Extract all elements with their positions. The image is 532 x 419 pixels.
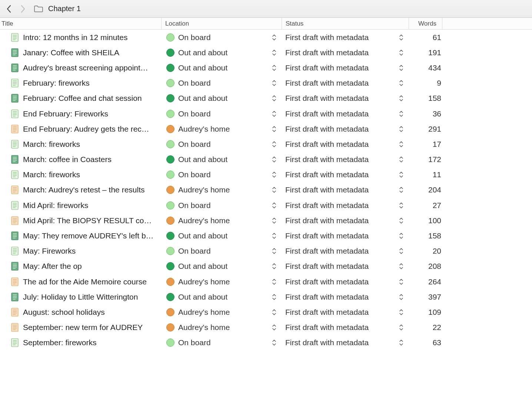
table-row[interactable]: End February: Audrey gets the rec… Audre… <box>0 121 532 136</box>
cell-status[interactable]: First draft with metadata <box>282 216 409 225</box>
cell-location[interactable]: Out and about <box>161 262 282 271</box>
cell-status[interactable]: First draft with metadata <box>282 231 409 240</box>
cell-title[interactable]: September: new term for AUDREY <box>0 323 161 332</box>
cell-status[interactable]: First draft with metadata <box>282 125 409 133</box>
location-stepper[interactable] <box>270 308 278 317</box>
status-stepper[interactable] <box>398 262 405 271</box>
status-stepper[interactable] <box>398 63 405 72</box>
table-row[interactable]: August: school holidays Audrey's home Fi… <box>0 304 532 320</box>
status-stepper[interactable] <box>398 33 405 42</box>
cell-location[interactable]: On board <box>161 338 282 347</box>
status-stepper[interactable] <box>398 308 405 317</box>
table-row[interactable]: Mid April: fireworks On board First draf… <box>0 198 532 213</box>
cell-status[interactable]: First draft with metadata <box>282 170 409 179</box>
status-stepper[interactable] <box>398 293 405 301</box>
cell-title[interactable]: Intro: 12 months in 12 minutes <box>0 33 161 42</box>
location-stepper[interactable] <box>270 216 278 225</box>
cell-status[interactable]: First draft with metadata <box>282 323 409 332</box>
status-stepper[interactable] <box>398 247 405 255</box>
status-stepper[interactable] <box>398 231 405 240</box>
table-row[interactable]: March: coffee in Coasters Out and about … <box>0 152 532 167</box>
table-row[interactable]: February: Coffee and chat session Out an… <box>0 91 532 106</box>
cell-location[interactable]: Audrey's home <box>161 308 282 317</box>
cell-location[interactable]: Audrey's home <box>161 277 282 286</box>
cell-location[interactable]: On board <box>161 79 282 88</box>
cell-status[interactable]: First draft with metadata <box>282 277 409 286</box>
cell-title[interactable]: End February: Audrey gets the rec… <box>0 125 161 133</box>
status-stepper[interactable] <box>398 94 405 103</box>
cell-location[interactable]: On board <box>161 201 282 210</box>
location-stepper[interactable] <box>270 155 278 164</box>
location-stepper[interactable] <box>270 48 278 57</box>
table-row[interactable]: Janary: Coffee with SHEILA Out and about… <box>0 45 532 60</box>
cell-status[interactable]: First draft with metadata <box>282 94 409 103</box>
location-stepper[interactable] <box>270 170 278 179</box>
cell-status[interactable]: First draft with metadata <box>282 48 409 57</box>
status-stepper[interactable] <box>398 216 405 225</box>
cell-title[interactable]: Janary: Coffee with SHEILA <box>0 48 161 57</box>
status-stepper[interactable] <box>398 277 405 286</box>
table-row[interactable]: May: After the op Out and about First dr… <box>0 259 532 274</box>
cell-title[interactable]: February: Coffee and chat session <box>0 94 161 103</box>
cell-title[interactable]: Mid April: The BIOPSY RESULT co… <box>0 216 161 225</box>
cell-title[interactable]: March: fireworks <box>0 170 161 179</box>
status-stepper[interactable] <box>398 48 405 57</box>
cell-status[interactable]: First draft with metadata <box>282 308 409 317</box>
location-stepper[interactable] <box>270 125 278 133</box>
breadcrumb-title[interactable]: Chapter 1 <box>48 4 81 13</box>
table-row[interactable]: March: fireworks On board First draft wi… <box>0 167 532 182</box>
cell-title[interactable]: March: fireworks <box>0 140 161 149</box>
location-stepper[interactable] <box>270 247 278 255</box>
location-stepper[interactable] <box>270 63 278 72</box>
location-stepper[interactable] <box>270 277 278 286</box>
table-row[interactable]: February: fireworks On board First draft… <box>0 76 532 91</box>
cell-status[interactable]: First draft with metadata <box>282 201 409 210</box>
cell-location[interactable]: On board <box>161 247 282 255</box>
column-header-words[interactable]: Words <box>409 18 442 29</box>
location-stepper[interactable] <box>270 140 278 149</box>
table-row[interactable]: September: new term for AUDREY Audrey's … <box>0 320 532 335</box>
location-stepper[interactable] <box>270 79 278 88</box>
table-row[interactable]: End February: Fireworks On board First d… <box>0 106 532 121</box>
location-stepper[interactable] <box>270 262 278 271</box>
nav-back-button[interactable] <box>4 4 14 14</box>
cell-location[interactable]: Out and about <box>161 63 282 72</box>
cell-location[interactable]: Out and about <box>161 48 282 57</box>
cell-status[interactable]: First draft with metadata <box>282 247 409 255</box>
table-row[interactable]: Audrey's breast screening appoint… Out a… <box>0 60 532 75</box>
table-row[interactable]: July: Holiday to Little Witterington Out… <box>0 289 532 304</box>
cell-status[interactable]: First draft with metadata <box>282 63 409 72</box>
status-stepper[interactable] <box>398 323 405 332</box>
status-stepper[interactable] <box>398 109 405 118</box>
table-row[interactable]: March: Audrey's retest – the results Aud… <box>0 182 532 198</box>
cell-location[interactable]: Out and about <box>161 293 282 301</box>
location-stepper[interactable] <box>270 33 278 42</box>
cell-location[interactable]: Audrey's home <box>161 216 282 225</box>
cell-status[interactable]: First draft with metadata <box>282 185 409 194</box>
cell-title[interactable]: March: coffee in Coasters <box>0 155 161 164</box>
cell-location[interactable]: On board <box>161 170 282 179</box>
cell-location[interactable]: Out and about <box>161 155 282 164</box>
table-row[interactable]: May: They remove AUDREY's left b… Out an… <box>0 228 532 243</box>
nav-forward-button[interactable] <box>18 4 28 14</box>
status-stepper[interactable] <box>398 140 405 149</box>
cell-location[interactable]: Audrey's home <box>161 323 282 332</box>
cell-status[interactable]: First draft with metadata <box>282 33 409 42</box>
cell-title[interactable]: Mid April: fireworks <box>0 201 161 210</box>
cell-title[interactable]: End February: Fireworks <box>0 109 161 118</box>
column-header-status[interactable]: Status <box>282 18 409 29</box>
cell-title[interactable]: May: Fireworks <box>0 247 161 255</box>
cell-title[interactable]: February: fireworks <box>0 79 161 88</box>
cell-location[interactable]: Out and about <box>161 231 282 240</box>
cell-title[interactable]: May: After the op <box>0 262 161 271</box>
location-stepper[interactable] <box>270 94 278 103</box>
column-header-title[interactable]: Title <box>0 20 161 27</box>
location-stepper[interactable] <box>270 185 278 194</box>
location-stepper[interactable] <box>270 293 278 301</box>
table-row[interactable]: September: fireworks On board First draf… <box>0 335 532 350</box>
cell-title[interactable]: The ad for the Aide Memoire course <box>0 277 161 286</box>
location-stepper[interactable] <box>270 323 278 332</box>
cell-title[interactable]: September: fireworks <box>0 338 161 347</box>
status-stepper[interactable] <box>398 155 405 164</box>
cell-status[interactable]: First draft with metadata <box>282 338 409 347</box>
